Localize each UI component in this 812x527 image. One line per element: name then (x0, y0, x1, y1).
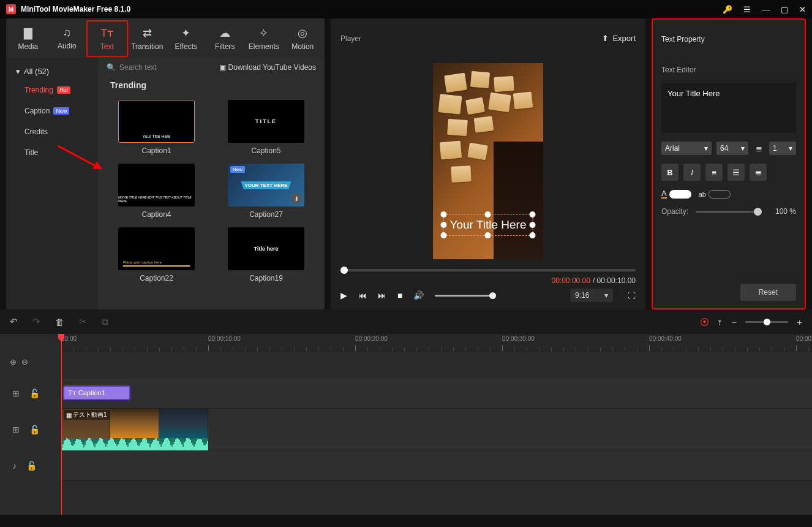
align-left-button[interactable]: ≡ (705, 164, 723, 181)
text-icon: Tᴛ (100, 26, 113, 40)
zoom-out-button[interactable]: − (731, 317, 737, 327)
reset-button[interactable]: Reset (740, 284, 796, 301)
fullscreen-button[interactable]: ⛶ (624, 291, 636, 300)
text-gallery: 🔍 Search text ▣ Download YouTube Videos … (98, 58, 325, 309)
tab-filters[interactable]: ☁Filters (206, 21, 245, 56)
font-select[interactable]: Arial▾ (661, 142, 712, 155)
prev-frame-button[interactable]: ⏮ (358, 290, 367, 300)
resize-handle-tm[interactable] (485, 211, 491, 218)
text-clip[interactable]: TᴛCaption1 (63, 385, 130, 400)
maximize-icon[interactable]: ▢ (781, 5, 788, 14)
font-size-select[interactable]: 64▾ (716, 142, 748, 155)
audio-track[interactable]: ♪🔓 (61, 450, 812, 481)
volume-icon[interactable]: 🔊 (413, 290, 424, 300)
add-track-icon[interactable]: ⊕ (10, 357, 17, 366)
tab-effects[interactable]: ✦Effects (167, 21, 206, 56)
tab-transition[interactable]: ⇄Transition (128, 21, 167, 56)
time-current: 00:00:00.00 (552, 276, 590, 285)
lock-icon[interactable]: 🔓 (26, 461, 37, 471)
opacity-value: 100 % (769, 207, 796, 216)
tab-motion[interactable]: ◎Motion (284, 21, 323, 56)
thumb-caption22[interactable]: Place your caption hereCaption22 (110, 227, 203, 282)
redo-button[interactable]: ↷ (32, 316, 40, 327)
export-button[interactable]: ⬆ Export (602, 34, 636, 43)
tab-elements[interactable]: ✧Elements (244, 21, 284, 56)
align-center-button[interactable]: ☰ (727, 164, 745, 181)
search-input[interactable]: 🔍 Search text (107, 63, 157, 72)
thumb-caption19[interactable]: Title hereCaption19 (220, 227, 312, 282)
text-color-swatch[interactable] (669, 190, 691, 199)
text-editor-input[interactable] (661, 83, 796, 133)
category-caption[interactable]: CaptionNew (6, 100, 98, 121)
highlight-color-swatch[interactable] (709, 190, 731, 199)
video-clip[interactable]: ▦テスト動画1 (61, 409, 208, 438)
minimize-icon[interactable]: ― (762, 5, 770, 14)
playhead[interactable] (61, 334, 62, 515)
resize-handle-ml[interactable] (441, 222, 447, 228)
resize-handle-bl[interactable] (441, 232, 447, 238)
next-frame-button[interactable]: ⏭ (378, 290, 386, 300)
volume-slider[interactable] (435, 295, 496, 297)
video-track[interactable]: ⊞🔓 ▦テスト動画1 (61, 409, 812, 450)
export-icon: ⬆ (602, 34, 609, 43)
zoom-slider[interactable] (745, 321, 788, 323)
lock-icon[interactable]: 🔓 (29, 425, 40, 434)
category-credits[interactable]: Credits (6, 121, 98, 142)
crop-button[interactable]: ⧉ (102, 316, 108, 327)
chevron-down-icon: ▾ (604, 291, 608, 300)
tab-media[interactable]: ▇Media (9, 21, 48, 56)
thumb-caption27[interactable]: NewYOUR TEXT HERE⬇Caption27 (220, 164, 312, 219)
resize-handle-tl[interactable] (441, 211, 447, 218)
category-trending[interactable]: TrendingHot (6, 80, 98, 100)
thumb-caption5[interactable]: TITLECaption5 (220, 100, 312, 155)
delete-button[interactable]: 🗑 (55, 317, 64, 327)
undo-button[interactable]: ↶ (10, 316, 18, 327)
chevron-down-icon: ▾ (704, 144, 708, 153)
opacity-slider[interactable] (696, 211, 762, 213)
video-icon: ▦ (66, 412, 72, 419)
text-property-panel: Text Editor Arial▾ 64▾ ≣ 1▾ B I ≡ ☰ ≣ A … (652, 58, 806, 309)
resize-handle-tr[interactable] (529, 211, 535, 218)
preview-canvas[interactable]: Your Title Here (433, 63, 543, 259)
upgrade-icon[interactable]: 🔑 (723, 5, 732, 14)
remove-track-icon[interactable]: ⊖ (21, 357, 28, 366)
close-icon[interactable]: ✕ (799, 5, 806, 14)
split-button[interactable]: ✂ (79, 316, 87, 327)
text-icon: Tᴛ (68, 389, 76, 397)
time-total: / 00:00:10.00 (593, 276, 636, 285)
text-overlay[interactable]: Your Title Here (443, 214, 533, 236)
menu-icon[interactable]: ☰ (743, 5, 751, 14)
download-youtube-link[interactable]: ▣ Download YouTube Videos (219, 63, 316, 72)
line-height-icon: ≣ (753, 143, 764, 154)
player-header: Player ⬆ Export (331, 18, 645, 58)
play-button[interactable]: ▶ (340, 290, 347, 300)
timeline-ruler[interactable]: 00:0000:00:10:0000:00:20:0000:00:30:0000… (61, 334, 812, 352)
italic-button[interactable]: I (683, 164, 701, 181)
line-height-select[interactable]: 1▾ (769, 142, 796, 155)
stop-button[interactable]: ■ (397, 290, 402, 300)
text-track[interactable]: ⊞🔓 TᴛCaption1 (61, 378, 812, 409)
category-all[interactable]: ▾ All (52) (6, 63, 98, 80)
thumb-caption1[interactable]: Your Title HereCaption1 (110, 100, 203, 155)
effects-icon: ✦ (181, 26, 190, 40)
zoom-in-button[interactable]: + (797, 317, 802, 327)
tab-text[interactable]: TᴛText (86, 20, 128, 57)
align-right-button[interactable]: ≣ (750, 164, 767, 181)
category-sidebar: ▾ All (52) TrendingHot CaptionNew Credit… (6, 58, 98, 309)
lock-icon[interactable]: 🔓 (29, 389, 40, 398)
property-header: Text Property (652, 18, 806, 58)
thumb-caption4[interactable]: MOVIE TITLE HERE EDIT THIS TEXT ABOUT TI… (110, 164, 203, 219)
audio-waveform[interactable] (61, 438, 208, 450)
tab-audio[interactable]: ♫Audio (48, 21, 87, 55)
seek-bar[interactable] (340, 269, 636, 271)
aspect-select[interactable]: 9:16▾ (570, 289, 613, 302)
download-icon[interactable]: ⬇ (291, 193, 302, 204)
main-tabs: ▇Media ♫Audio TᴛText ⇄Transition ✦Effect… (6, 18, 325, 58)
autoscroll-icon[interactable]: ⦿ (700, 317, 709, 327)
chevron-down-icon: ▾ (741, 144, 745, 153)
bold-button[interactable]: B (661, 164, 679, 181)
resize-handle-br[interactable] (529, 232, 535, 238)
resize-handle-mr[interactable] (529, 222, 535, 228)
magnet-icon[interactable]: ⫯ (718, 317, 723, 327)
seek-thumb[interactable] (340, 267, 348, 274)
